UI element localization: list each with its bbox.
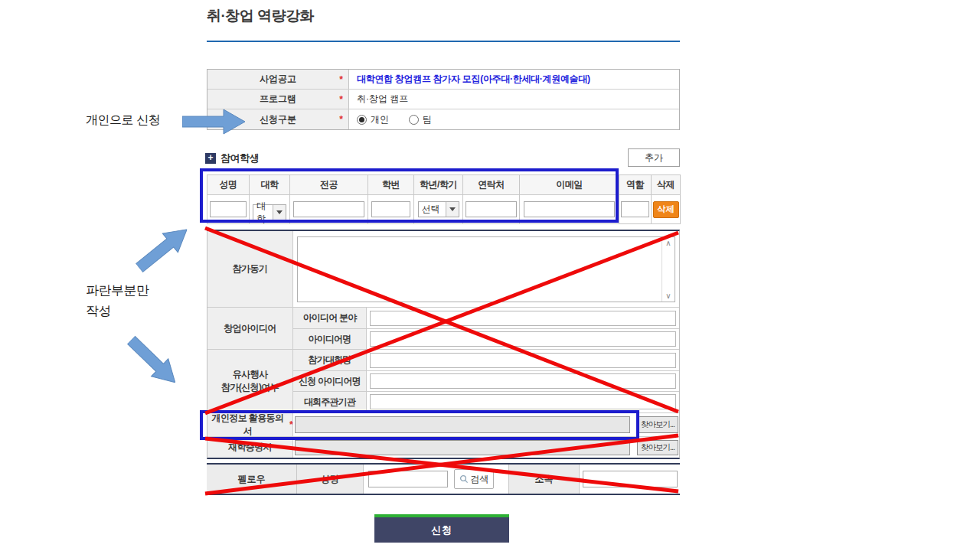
annotation-line2: 작성 <box>86 301 149 321</box>
annotation-line1: 파란부분만 <box>86 280 149 301</box>
col-name: 성명 <box>207 175 250 195</box>
business-notice-value: 대학연합 창업캠프 참가자 모집(아주대·한세대·계원예술대) <box>349 70 679 89</box>
label-text: 신청구분 <box>260 113 296 126</box>
table-row-business-notice: 사업공고 * 대학연합 창업캠프 참가자 모집(아주대·한세대·계원예술대) <box>207 70 679 90</box>
fellow-affiliation-input[interactable] <box>583 471 678 487</box>
scrollbar[interactable]: ∧ ∨ <box>662 237 675 302</box>
year-term-select-value: 선택 <box>419 203 446 216</box>
col-contact: 연락처 <box>463 175 520 195</box>
submit-button[interactable]: 신청 <box>374 514 509 543</box>
applied-idea-label: 신청 아이디어명 <box>293 371 367 391</box>
year-term-select[interactable]: 선택 <box>418 201 459 217</box>
major-input[interactable] <box>293 201 364 217</box>
fellow-search-button[interactable]: 검색 <box>454 469 494 489</box>
idea-field-label: 아이디어 분야 <box>293 308 367 328</box>
idea-name-input[interactable] <box>370 331 676 347</box>
idea-field-row: 아이디어 분야 <box>293 308 679 329</box>
idea-name-row: 아이디어명 <box>293 329 679 349</box>
name-input[interactable] <box>210 201 247 217</box>
table-row-program: 프로그램 * 취·창업 캠프 <box>207 90 679 109</box>
idea-group-label: 창업아이디어 <box>207 308 293 349</box>
delete-row-button[interactable]: 삭제 <box>653 201 679 218</box>
participants-section-header: + 참여학생 <box>205 152 259 165</box>
idea-field-input[interactable] <box>370 311 676 326</box>
contest-name-input[interactable] <box>370 353 676 368</box>
apply-type-radio-group: 개인 팀 <box>357 113 432 126</box>
page: 취·창업 역량강화 사업공고 * 대학연합 창업캠프 참가자 모집(아주대·한세… <box>0 0 980 551</box>
role-input[interactable] <box>621 201 650 217</box>
email-input[interactable] <box>524 201 615 217</box>
program-value: 취·창업 캠프 <box>349 90 679 109</box>
apply-type-label: 신청구분 * <box>207 109 349 129</box>
contact-input[interactable] <box>466 201 517 217</box>
scroll-up-icon[interactable]: ∧ <box>665 239 671 247</box>
fellow-name-input[interactable] <box>368 471 448 487</box>
radio-individual-label: 개인 <box>371 113 389 126</box>
applied-idea-input[interactable] <box>370 373 676 389</box>
radio-team-label: 팀 <box>423 113 432 126</box>
fellow-name-label: 성명 <box>297 465 364 494</box>
page-title: 취·창업 역량강화 <box>207 6 314 26</box>
col-role: 역할 <box>619 175 652 195</box>
arrow-up-right-icon <box>131 220 195 279</box>
table-row-apply-type: 신청구분 * 개인 팀 <box>207 109 679 129</box>
radio-team-icon[interactable] <box>409 115 419 125</box>
col-email: 이메일 <box>520 175 619 195</box>
privacy-consent-row: 개인정보 활용동의서 * 찾아보기... <box>207 413 679 437</box>
label-line2: 참가(신청)여부 <box>221 381 279 394</box>
university-select-value: 대학 <box>253 200 273 226</box>
contest-name-label: 참가대회명 <box>293 350 367 370</box>
required-asterisk: * <box>339 114 343 125</box>
privacy-browse-button[interactable]: 찾아보기... <box>637 416 678 433</box>
participants-section-title: 참여학생 <box>220 152 259 165</box>
application-detail-form: 참가동기 ∧ ∨ 창업아이디어 아이디어 분야 아이디어명 <box>207 230 680 459</box>
contest-host-input[interactable] <box>370 394 676 409</box>
contest-name-row: 참가대회명 <box>293 350 679 371</box>
fellow-affiliation-label: 소속 <box>509 465 580 494</box>
radio-individual-icon[interactable] <box>357 115 367 125</box>
annotation-blue-only: 파란부분만 작성 <box>86 280 149 321</box>
application-info-table: 사업공고 * 대학연합 창업캠프 참가자 모집(아주대·한세대·계원예술대) 프… <box>207 69 680 130</box>
col-year-term: 학년/학기 <box>414 175 463 195</box>
label-text: 개인정보 활용동의서 <box>207 412 288 438</box>
col-student-id: 학번 <box>368 175 414 195</box>
enrollment-cert-file-input[interactable] <box>295 440 630 455</box>
col-university: 대학 <box>250 175 290 195</box>
enrollment-cert-label: 재학증명서 <box>207 437 293 458</box>
add-participant-button[interactable]: 추가 <box>628 148 680 167</box>
scroll-down-icon[interactable]: ∨ <box>665 292 671 300</box>
program-label: 프로그램 * <box>207 90 349 109</box>
university-select[interactable]: 대학 <box>253 204 286 220</box>
idea-group: 창업아이디어 아이디어 분야 아이디어명 <box>207 308 679 350</box>
contest-host-row: 대회주관기관 <box>293 392 679 412</box>
enrollment-browse-button[interactable]: 찾아보기... <box>637 440 678 455</box>
participants-header-row: 성명 대학 전공 학번 학년/학기 연락처 이메일 역할 삭제 <box>207 175 681 195</box>
student-id-input[interactable] <box>371 201 411 217</box>
radio-individual[interactable]: 개인 <box>357 113 389 126</box>
privacy-consent-file-input[interactable] <box>295 416 630 433</box>
business-notice-label: 사업공고 * <box>207 70 349 89</box>
motivation-textarea[interactable]: ∧ ∨ <box>297 236 675 302</box>
apply-type-value: 개인 팀 <box>349 109 679 129</box>
motivation-area: ∧ ∨ <box>293 231 679 307</box>
plus-icon: + <box>205 153 216 164</box>
annotation-apply-as-individual: 개인으로 신청 <box>86 112 160 129</box>
arrow-down-right-icon <box>122 331 184 392</box>
search-icon <box>459 474 469 484</box>
required-asterisk: * <box>289 419 292 430</box>
fellow-label: 펠로우 <box>207 465 297 494</box>
participant-row: 대학 선택 삭제 <box>207 195 681 224</box>
idea-name-label: 아이디어명 <box>293 329 367 349</box>
chevron-down-icon <box>446 202 459 217</box>
col-major: 전공 <box>290 175 368 195</box>
applied-idea-row: 신청 아이디어명 <box>293 371 679 392</box>
label-line1: 유사행사 <box>233 368 268 381</box>
radio-team[interactable]: 팀 <box>409 113 432 126</box>
required-asterisk: * <box>339 94 343 105</box>
similar-event-group-label: 유사행사 참가(신청)여부 <box>207 350 293 412</box>
motivation-row: 참가동기 ∧ ∨ <box>207 231 679 308</box>
contest-host-label: 대회주관기관 <box>293 392 367 412</box>
search-button-label: 검색 <box>471 473 489 486</box>
fellow-table: 펠로우 성명 검색 소속 <box>207 463 680 495</box>
participants-table: 성명 대학 전공 학번 학년/학기 연락처 이메일 역할 삭제 대학 <box>207 174 681 224</box>
